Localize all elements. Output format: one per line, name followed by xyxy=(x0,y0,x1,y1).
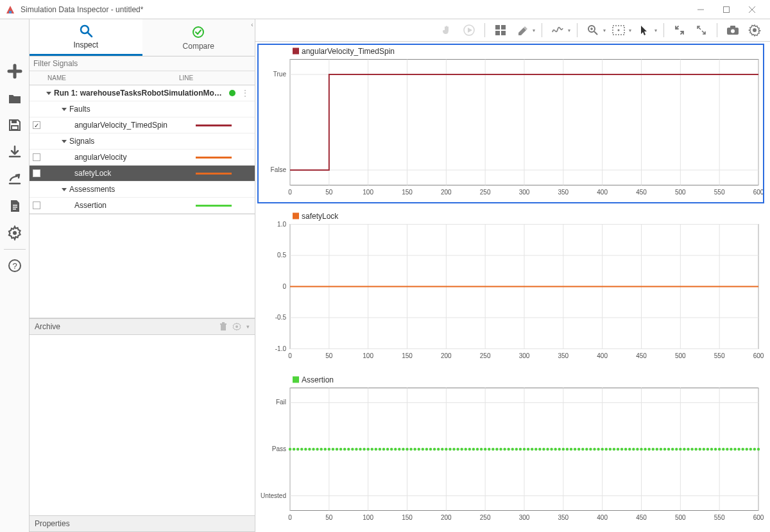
filter-input[interactable] xyxy=(30,56,255,71)
open-folder-button[interactable] xyxy=(3,87,27,110)
svg-point-244 xyxy=(690,448,693,450)
preferences-button[interactable] xyxy=(3,221,27,245)
run-options-button[interactable]: ⋮ xyxy=(238,90,252,96)
svg-point-186 xyxy=(465,448,467,450)
plot-1[interactable]: angularVelocity_TimedSpin050100150200250… xyxy=(258,44,764,203)
restore-window-icon[interactable] xyxy=(671,21,689,39)
svg-text:350: 350 xyxy=(558,189,569,196)
delete-icon[interactable] xyxy=(219,322,227,331)
svg-point-32 xyxy=(731,30,735,33)
tree-item-angular-velocity[interactable]: angularVelocity xyxy=(30,150,255,166)
col-name-header: NAME xyxy=(44,74,175,82)
layout-icon[interactable] xyxy=(492,21,509,39)
tree-group-assessments[interactable]: Assessments xyxy=(30,182,255,198)
svg-point-231 xyxy=(640,448,642,450)
svg-rect-10 xyxy=(13,209,16,210)
plot-2[interactable]: safetyLock050100150200250300350400450500… xyxy=(258,209,764,366)
cursor-icon[interactable] xyxy=(635,21,653,39)
svg-text:?: ? xyxy=(12,261,17,271)
tree-item-assertion[interactable]: Assertion xyxy=(30,198,255,214)
gear-icon[interactable] xyxy=(746,21,764,39)
fit-to-view-icon[interactable] xyxy=(610,21,628,39)
collapse-panel-button[interactable]: ‹ xyxy=(249,21,255,28)
svg-point-219 xyxy=(593,448,595,450)
maximize-plot-icon[interactable] xyxy=(692,21,710,39)
close-button[interactable] xyxy=(739,1,765,19)
svg-point-164 xyxy=(379,448,381,450)
report-button[interactable] xyxy=(3,194,27,218)
svg-point-205 xyxy=(538,448,541,450)
svg-point-161 xyxy=(366,448,369,450)
svg-rect-34 xyxy=(293,48,299,55)
checkbox[interactable] xyxy=(33,153,40,161)
snapshot-icon[interactable] xyxy=(724,21,742,39)
svg-text:150: 150 xyxy=(402,189,413,196)
tree-group-faults[interactable]: Faults xyxy=(30,101,255,117)
clear-plot-icon[interactable] xyxy=(513,21,531,39)
chevron-down-icon[interactable]: ▾ xyxy=(629,28,631,33)
signal-tree: Run 1: warehouseTasksRobotSimulationMode… xyxy=(30,85,255,214)
svg-point-217 xyxy=(585,448,588,450)
import-button[interactable] xyxy=(3,141,27,164)
svg-point-162 xyxy=(371,448,373,450)
pan-icon[interactable] xyxy=(438,21,456,39)
svg-text:450: 450 xyxy=(636,514,647,521)
stream-icon[interactable] xyxy=(460,21,478,39)
svg-text:50: 50 xyxy=(325,189,333,196)
svg-text:300: 300 xyxy=(519,514,530,521)
add-button[interactable] xyxy=(3,60,27,83)
svg-point-260 xyxy=(753,448,756,450)
svg-point-197 xyxy=(507,448,509,450)
chevron-down-icon[interactable]: ▾ xyxy=(654,28,657,33)
svg-text:250: 250 xyxy=(480,352,491,359)
svg-point-209 xyxy=(554,448,556,450)
checkbox[interactable] xyxy=(33,202,40,209)
svg-point-223 xyxy=(609,448,612,450)
tree-group-signals[interactable]: Signals xyxy=(30,133,255,150)
svg-point-202 xyxy=(527,448,529,450)
checkbox[interactable]: ✓ xyxy=(33,121,40,129)
tab-inspect[interactable]: Inspect xyxy=(30,19,142,56)
chevron-down-icon[interactable]: ▾ xyxy=(246,323,250,330)
maximize-button[interactable] xyxy=(714,1,739,19)
svg-point-207 xyxy=(546,448,549,450)
svg-point-173 xyxy=(413,448,416,450)
svg-point-229 xyxy=(632,448,635,450)
archive-header[interactable]: Archive ▾ xyxy=(30,318,255,335)
svg-point-251 xyxy=(718,448,721,450)
svg-point-212 xyxy=(566,448,569,450)
properties-header[interactable]: Properties xyxy=(30,515,255,532)
svg-point-254 xyxy=(730,448,732,450)
export-button[interactable] xyxy=(3,167,27,191)
checkbox[interactable] xyxy=(33,169,40,177)
plot-3[interactable]: Assertion0501001502002503003504004505005… xyxy=(258,373,764,528)
chevron-down-icon[interactable]: ▾ xyxy=(568,28,570,33)
svg-point-215 xyxy=(578,448,580,450)
tree-item-safety-lock[interactable]: safetyLock xyxy=(30,166,255,182)
svg-rect-9 xyxy=(13,207,17,208)
svg-text:150: 150 xyxy=(402,352,413,359)
signal-plot-type-icon[interactable] xyxy=(549,21,567,39)
svg-text:550: 550 xyxy=(714,352,725,359)
svg-text:500: 500 xyxy=(675,514,686,521)
tab-compare[interactable]: Compare xyxy=(142,19,255,56)
minimize-button[interactable] xyxy=(688,1,714,19)
help-button[interactable]: ? xyxy=(3,254,27,277)
svg-text:Fail: Fail xyxy=(276,399,286,406)
svg-point-248 xyxy=(706,448,709,450)
svg-point-228 xyxy=(628,448,631,450)
svg-text:safetyLock: safetyLock xyxy=(302,212,339,221)
tree-item-angular-timed[interactable]: ✓ angularVelocity_TimedSpin xyxy=(30,117,255,133)
svg-point-232 xyxy=(644,448,646,450)
chevron-down-icon[interactable]: ▾ xyxy=(603,28,606,33)
tree-run-row[interactable]: Run 1: warehouseTasksRobotSimulationMode… xyxy=(30,85,255,101)
zoom-icon[interactable] xyxy=(584,21,602,39)
svg-point-249 xyxy=(710,448,713,450)
svg-text:600: 600 xyxy=(753,189,764,196)
svg-point-147 xyxy=(312,448,314,450)
chevron-down-icon[interactable]: ▾ xyxy=(533,28,535,33)
save-button[interactable] xyxy=(3,114,27,137)
window-title: Simulation Data Inspector - untitled* xyxy=(21,5,688,14)
gear-icon[interactable] xyxy=(232,322,241,331)
plot-area: ▾ ▾ ▾ ▾ ▾ angularVelocity_TimedSpin05010… xyxy=(255,19,770,532)
